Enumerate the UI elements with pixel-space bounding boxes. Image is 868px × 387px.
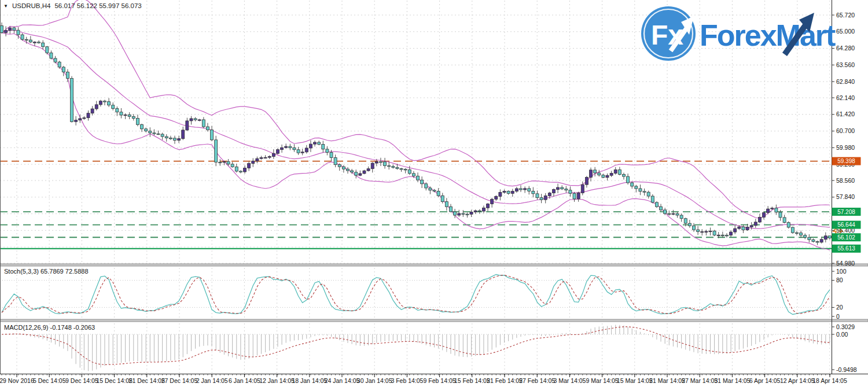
candle-body (351, 171, 354, 172)
price-tick-label: 57.840 (836, 193, 855, 200)
candle-body (42, 43, 45, 47)
candle-body (421, 180, 424, 184)
candle-body (338, 165, 341, 167)
candle-body (812, 239, 815, 241)
candle-body (186, 121, 189, 130)
candle-body (285, 146, 288, 148)
candle-body (272, 153, 275, 156)
symbol-title[interactable]: ▼ USDRUB,H4 56.017 56.122 55.997 56.073 (3, 2, 142, 9)
candle-body (561, 187, 564, 189)
candle-body (223, 161, 226, 162)
ohlc-values: 56.017 56.122 55.997 56.073 (54, 2, 141, 9)
candle-body (396, 167, 399, 168)
candle-body (725, 235, 728, 235)
time-tick-label: 6 Apr 14:05 (749, 377, 781, 384)
candle-body (462, 213, 465, 214)
price-axis[interactable]: 65.72065.00064.28063.56062.84062.14061.4… (832, 12, 861, 373)
panel-separator[interactable] (0, 264, 868, 266)
candle-body (767, 209, 770, 213)
candle-body (602, 175, 605, 178)
candle-body (330, 152, 333, 157)
time-axis[interactable]: 29 Nov 20165 Dec 14:059 Dec 14:0515 Dec … (0, 374, 847, 384)
candle-body (445, 202, 448, 207)
symbol-label: USDRUB,H4 (12, 2, 50, 9)
panel-separator[interactable] (0, 319, 868, 322)
time-tick-label: 15 Mar 14:05 (617, 377, 653, 384)
time-tick-label: 12 Jan 14:05 (259, 377, 295, 384)
candle-body (309, 144, 312, 148)
time-tick-label: 15 Dec 14:05 (96, 377, 133, 384)
candle-body (565, 189, 568, 190)
time-tick-label: 2 Jan 14:05 (196, 377, 228, 384)
candle-body (651, 196, 654, 202)
candle-body (190, 119, 193, 121)
time-tick-label: 21 Feb 14:05 (487, 377, 523, 384)
candle-body (194, 119, 197, 120)
candle-body (449, 207, 452, 212)
candle-body (569, 190, 572, 194)
candle-body (557, 187, 560, 190)
time-tick-label: 15 Feb 14:05 (454, 377, 490, 384)
time-tick-label: 5 Dec 14:05 (33, 377, 66, 384)
candle-body (738, 227, 741, 228)
candle-body (252, 161, 255, 163)
candle-body (660, 207, 663, 210)
candle-body (552, 190, 555, 193)
candle-body (95, 105, 98, 109)
candle-body (734, 228, 737, 232)
candle-body (128, 115, 131, 116)
candle-body (305, 148, 308, 152)
candle-body (9, 28, 12, 31)
price-badge-label: 56.644 (837, 222, 855, 228)
candle-body (66, 72, 69, 79)
candle-body (581, 185, 584, 193)
candle-body (680, 215, 683, 219)
dropdown-arrow-icon[interactable]: ▼ (3, 3, 8, 9)
candle-body (124, 115, 127, 115)
candle-body (379, 161, 382, 162)
candle-body (717, 235, 720, 235)
candle-body (544, 196, 547, 200)
candle-body (618, 169, 621, 174)
candle-body (231, 164, 234, 167)
candle-body (5, 31, 8, 33)
candle-body (730, 232, 733, 235)
candle-body (598, 173, 601, 175)
candle-body (528, 189, 531, 191)
candle-body (87, 113, 90, 118)
candle-body (293, 148, 296, 150)
macd-axis-label: 0.00 (836, 331, 848, 338)
candle-body (182, 130, 185, 139)
candle-body (433, 190, 436, 191)
macd-indicator-label: MACD(12,26,9) -0.1748 -0.2063 (4, 324, 95, 331)
candle-body (384, 162, 387, 166)
candle-body (482, 208, 485, 211)
candle-body (631, 183, 634, 186)
candle-body (808, 237, 811, 239)
candle-body (25, 39, 28, 40)
time-tick-label: 27 Dec 14:05 (161, 377, 198, 384)
time-tick-label: 18 Jan 14:05 (292, 377, 327, 384)
candle-body (161, 134, 164, 137)
candle-body (524, 189, 527, 190)
candle-body (276, 150, 279, 154)
candle-body (21, 35, 24, 39)
candle-body (655, 202, 658, 207)
candle-body (363, 171, 366, 174)
candle-body (503, 191, 506, 193)
candle-body (334, 157, 337, 164)
candle-body (709, 231, 712, 231)
candle-body (408, 169, 411, 174)
price-tick-label: 58.560 (836, 177, 855, 184)
time-tick-label: 18 Apr 14:05 (812, 377, 847, 384)
candle-body (664, 210, 667, 213)
candle-body (359, 174, 362, 175)
candle-body (758, 218, 761, 222)
candle-body (13, 28, 16, 30)
candle-body (478, 211, 481, 211)
candle-body (400, 169, 403, 169)
candle-body (58, 62, 61, 67)
candle-body (425, 184, 428, 188)
time-tick-label: 30 Jan 14:05 (357, 377, 392, 384)
candle-body (173, 138, 176, 141)
